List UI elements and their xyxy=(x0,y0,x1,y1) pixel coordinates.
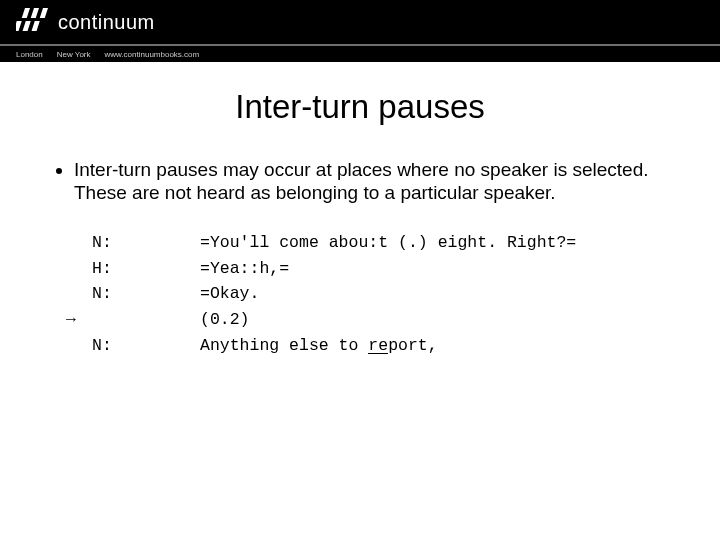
transcript-row: N: Anything else to report, xyxy=(66,333,676,359)
transcript-arrow xyxy=(66,333,92,359)
transcript-text: Anything else to report, xyxy=(200,333,676,359)
bullet-list: Inter-turn pauses may occur at places wh… xyxy=(56,158,676,204)
transcript-row: N: =You'll come abou:t (.) eight. Right?… xyxy=(66,230,676,256)
subnav-item-newyork: New York xyxy=(57,50,91,59)
header-top: continuum xyxy=(0,0,720,44)
svg-rect-2 xyxy=(40,8,48,18)
slide-body: Inter-turn pauses may occur at places wh… xyxy=(0,158,720,358)
transcript-speaker: N: xyxy=(92,230,200,256)
svg-rect-1 xyxy=(31,8,39,18)
transcript-arrow xyxy=(66,256,92,282)
svg-rect-3 xyxy=(16,21,22,31)
transcript-text: (0.2) xyxy=(200,307,676,333)
transcript-row: → (0.2) xyxy=(66,307,676,333)
transcript-underline: re xyxy=(368,338,388,355)
transcript-arrow: → xyxy=(66,307,92,333)
subnav-item-url: www.continuumbooks.com xyxy=(105,50,200,59)
transcript-text: =You'll come abou:t (.) eight. Right?= xyxy=(200,230,676,256)
transcript-text-plain: port, xyxy=(388,336,438,355)
header-bar: continuum London New York www.continuumb… xyxy=(0,0,720,62)
transcript-text: =Yea::h,= xyxy=(200,256,676,282)
transcript-speaker: N: xyxy=(92,333,200,359)
transcript-text: =Okay. xyxy=(200,281,676,307)
transcript-speaker: H: xyxy=(92,256,200,282)
transcript-row: H: =Yea::h,= xyxy=(66,256,676,282)
svg-rect-0 xyxy=(22,8,30,18)
transcript-row: N: =Okay. xyxy=(66,281,676,307)
transcript-arrow xyxy=(66,281,92,307)
transcript-speaker: N: xyxy=(92,281,200,307)
transcript-speaker xyxy=(92,307,200,333)
header-subnav: London New York www.continuumbooks.com xyxy=(0,46,720,62)
transcript-block: N: =You'll come abou:t (.) eight. Right?… xyxy=(56,230,676,358)
continuum-logo-icon xyxy=(16,8,50,36)
svg-rect-4 xyxy=(23,21,31,31)
slide-title: Inter-turn pauses xyxy=(0,88,720,126)
subnav-item-london: London xyxy=(16,50,43,59)
transcript-text-plain: Anything else to xyxy=(200,336,368,355)
logo: continuum xyxy=(16,8,155,36)
svg-rect-5 xyxy=(32,21,40,31)
transcript-arrow xyxy=(66,230,92,256)
bullet-item: Inter-turn pauses may occur at places wh… xyxy=(74,158,676,204)
brand-name: continuum xyxy=(58,11,155,34)
